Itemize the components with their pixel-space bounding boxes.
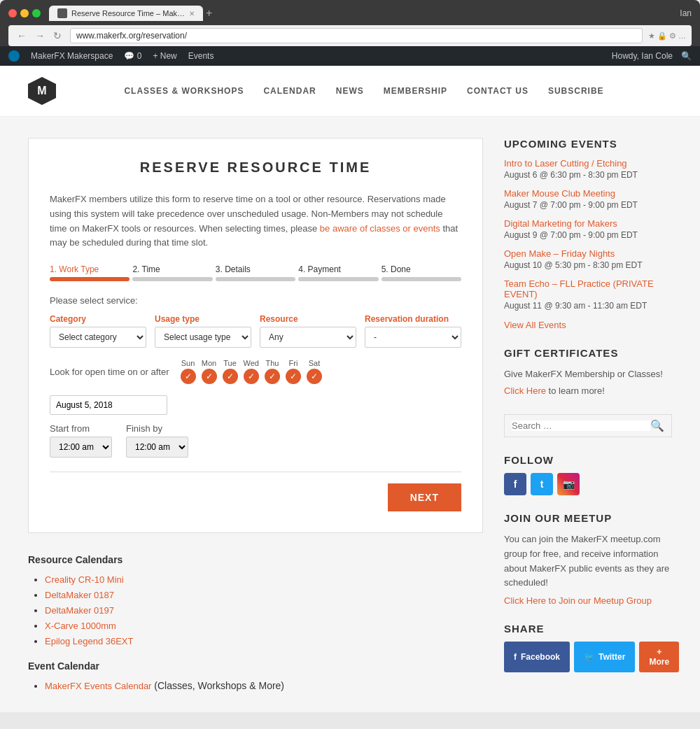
share-section: SHARE f Facebook 🐦 Twitter + More [504,623,672,672]
resource-group: Resource Any [260,314,356,348]
event-link-3[interactable]: Open Make – Friday Nights [504,248,672,259]
day-thu-check[interactable]: ✓ [265,369,280,384]
events-menu[interactable]: Events [188,51,214,61]
event-cal-link[interactable]: MakerFX Events Calendar [45,681,151,691]
nav-calendar[interactable]: CALENDAR [263,86,316,96]
duration-select[interactable]: - [365,327,461,348]
comments-icon[interactable]: 💬 0 [124,51,141,61]
day-wed: Wed ✓ [244,359,259,384]
step-4: 4. Payment [298,264,378,281]
forward-button[interactable]: → [32,29,48,43]
date-input[interactable] [50,395,167,415]
event-link-1[interactable]: Maker Mouse Club Meeting [504,188,672,199]
day-fri-check[interactable]: ✓ [286,369,301,384]
resource-link-0[interactable]: Creality CR-10 Mini [45,574,124,585]
event-link-2[interactable]: Digital Marketing for Makers [504,218,672,229]
browser-tab[interactable]: Reserve Resource Time – Mak… ✕ [49,6,203,21]
tab-title: Reserve Resource Time – Mak… [71,9,185,17]
content-area: RESERVE RESOURCE TIME MakerFX members ut… [0,117,700,712]
nav-news[interactable]: NEWS [336,86,364,96]
upcoming-events-section: UPCOMING EVENTS Intro to Laser Cutting /… [504,138,672,330]
gift-link-text: Click Here to learn more! [504,384,672,398]
share-twitter-button[interactable]: 🐦 Twitter [574,642,635,672]
refresh-button[interactable]: ↻ [50,29,64,43]
twitter-icon[interactable]: t [531,473,553,495]
resource-link-2[interactable]: DeltaMaker 0197 [45,605,114,616]
day-sat-check[interactable]: ✓ [307,369,322,384]
step-2-bar [132,277,212,281]
event-item-0: Intro to Laser Cutting / Etching August … [504,158,672,180]
day-tue-check[interactable]: ✓ [223,369,238,384]
tab-close-icon[interactable]: ✕ [189,10,195,17]
day-mon-check[interactable]: ✓ [202,369,217,384]
resource-calendars-title: Resource Calendars [28,554,483,565]
event-calendar-section: Event Calendar MakerFX Events Calendar (… [28,660,483,691]
follow-title: FOLLOW [504,454,672,466]
event-link-0[interactable]: Intro to Laser Cutting / Etching [504,158,672,169]
resource-link-4[interactable]: Epilog Legend 36EXT [45,636,133,646]
please-select-label: Please select service: [50,295,461,306]
resource-link-3[interactable]: X-Carve 1000mm [45,621,116,631]
nav-classes[interactable]: CLASSES & WORKSHOPS [124,86,244,96]
resource-item-4: Epilog Legend 36EXT [45,635,483,646]
meetup-link[interactable]: Click Here to Join our Meetup Group [504,595,652,606]
step-2-label: 2. Time [132,264,212,274]
search-adminbar-icon[interactable]: 🔍 [681,51,692,61]
search-icon[interactable]: 🔍 [650,419,664,432]
step-5-bar [382,277,461,281]
next-button[interactable]: NEXT [388,483,461,511]
new-item-button[interactable]: + New [153,51,176,61]
share-facebook-button[interactable]: f Facebook [504,642,570,672]
resource-link-1[interactable]: DeltaMaker 0187 [45,590,114,600]
new-tab-icon[interactable]: + [206,7,212,20]
time-row: Start from 12:00 am Finish by 12:00 am [50,423,461,458]
nav-contact[interactable]: CONTACT US [467,86,528,96]
usage-select[interactable]: Select usage type [155,327,251,348]
day-sun-check[interactable]: ✓ [181,369,196,384]
meetup-title: JOIN OUR MEETUP [504,512,672,524]
step-2: 2. Time [132,264,212,281]
browser-nav: ← → ↻ [14,29,64,43]
url-input[interactable] [70,28,643,43]
step-1: 1. Work Type [50,264,130,281]
event-item-1: Maker Mouse Club Meeting August 7 @ 7:00… [504,188,672,210]
browser-action-icons: ★ 🔒 ⚙ … [648,31,686,41]
classes-events-link[interactable]: be aware of classes or events [320,223,440,234]
start-time-label: Start from [50,423,112,434]
event-item-4: Team Echo – FLL Practice (PRIVATE EVENT)… [504,278,672,311]
nav-subscribe[interactable]: SUBSCRIBE [548,86,604,96]
share-tw-icon: 🐦 [584,652,594,662]
duration-label: Reservation duration [365,314,461,324]
instagram-icon[interactable]: 📷 [557,473,580,495]
event-item-3: Open Make – Friday Nights August 10 @ 5:… [504,248,672,270]
view-all-events-link[interactable]: View All Events [504,320,566,330]
step-1-label: 1. Work Type [50,264,130,274]
event-time-2: August 9 @ 7:00 pm - 9:00 pm EDT [504,230,638,240]
event-link-4[interactable]: Team Echo – FLL Practice (PRIVATE EVENT) [504,278,672,299]
back-button[interactable]: ← [14,29,29,43]
resource-calendars-section: Resource Calendars Creality CR-10 Mini D… [28,554,483,646]
nav-membership[interactable]: MEMBERSHIP [384,86,447,96]
form-title: RESERVE RESOURCE TIME [50,160,461,176]
resource-item-3: X-Carve 1000mm [45,620,483,631]
wp-logo-icon [8,50,20,62]
start-time-group: Start from 12:00 am [50,423,112,458]
event-time-0: August 6 @ 6:30 pm - 8:30 pm EDT [504,170,638,180]
category-select[interactable]: Select category [50,327,146,348]
search-input[interactable] [512,420,650,431]
site-logo[interactable]: M [28,77,56,105]
day-wed-check[interactable]: ✓ [244,369,259,384]
site-name[interactable]: MakerFX Makerspace [31,51,113,61]
day-fri: Fri ✓ [286,359,301,384]
start-time-select[interactable]: 12:00 am [50,437,112,458]
step-3-bar [216,277,295,281]
day-tue: Tue ✓ [223,359,238,384]
follow-section: FOLLOW f t 📷 [504,454,672,495]
share-more-button[interactable]: + More [639,642,679,672]
gift-click-here-link[interactable]: Click Here [504,385,546,396]
finish-time-select[interactable]: 12:00 am [126,437,188,458]
facebook-icon[interactable]: f [504,473,526,495]
form-description: MakerFX members utilize this form to res… [50,192,461,250]
day-checks: Sun ✓ Mon ✓ Tue ✓ Wed ✓ [181,359,322,384]
resource-select[interactable]: Any [260,327,356,348]
